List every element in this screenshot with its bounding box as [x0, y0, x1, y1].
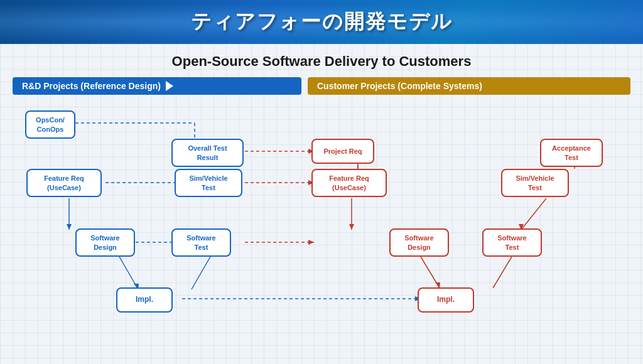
box-sw-test-left: SoftwareTest [171, 228, 231, 257]
columns-header: R&D Projects (Reference Design) Customer… [13, 77, 630, 95]
box-overall-test: Overall TestResult [171, 139, 244, 167]
box-sim-test-right: Sim/VehicleTest [501, 169, 569, 197]
box-feature-req-right: Feature Req(UseCase) [311, 169, 387, 197]
diagram-svg [13, 101, 630, 327]
main-content: Open-Source Software Delivery to Custome… [0, 44, 643, 364]
svg-marker-21 [349, 224, 354, 230]
svg-line-24 [421, 257, 440, 288]
box-acceptance-test: AcceptanceTest [540, 139, 603, 167]
section-title: Open-Source Software Delivery to Custome… [13, 53, 630, 70]
box-opscon: OpsCon/ConOps [25, 110, 75, 139]
box-impl-right: Impl. [418, 287, 474, 313]
col-header-customer: Customer Projects (Complete Systems) [308, 77, 630, 95]
svg-line-22 [521, 198, 546, 230]
svg-line-6 [119, 257, 138, 289]
box-sim-test-left: Sim/VehicleTest [175, 169, 242, 197]
svg-marker-16 [308, 240, 314, 245]
col-header-rnd-label: R&D Projects (Reference Design) [22, 81, 161, 91]
arrow-right-icon [166, 81, 173, 91]
box-sw-design-left: SoftwareDesign [75, 228, 135, 257]
box-impl-left: Impl. [116, 287, 173, 313]
col-header-rnd: R&D Projects (Reference Design) [13, 77, 301, 95]
col-header-customer-label: Customer Projects (Complete Systems) [317, 81, 482, 91]
box-sw-design-right: SoftwareDesign [389, 228, 449, 257]
header-title: ティアフォーの開発モデル [191, 8, 453, 36]
box-feature-req-left: Feature Req(UseCase) [26, 169, 102, 197]
svg-line-7 [192, 257, 210, 289]
diagram-area: OpsCon/ConOps Overall TestResult Feature… [13, 101, 630, 327]
box-project-req: Project Req [311, 139, 374, 164]
header: ティアフォーの開発モデル [0, 0, 643, 44]
svg-marker-5 [67, 224, 72, 230]
box-sw-test-right: SoftwareTest [482, 228, 542, 257]
svg-line-25 [493, 257, 512, 288]
